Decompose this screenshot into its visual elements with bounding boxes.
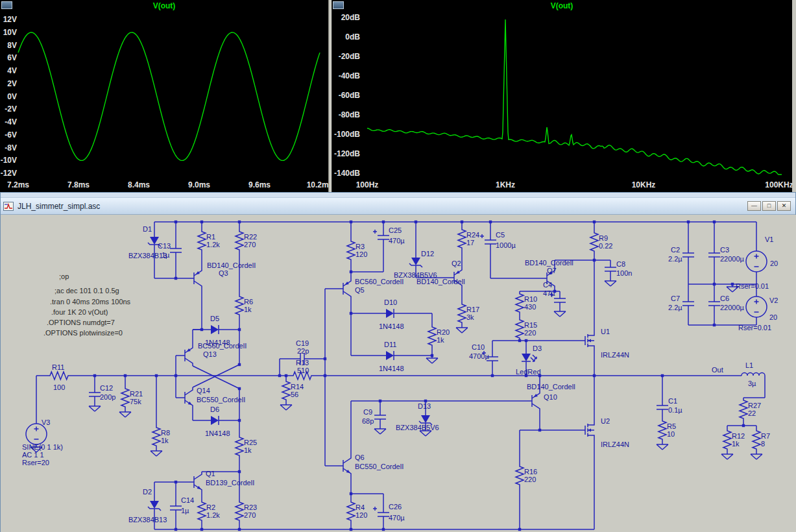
component-label[interactable]: R14: [291, 383, 304, 391]
component-label[interactable]: 20: [770, 260, 778, 267]
component-label[interactable]: 22000µ: [720, 304, 745, 311]
component-C5[interactable]: [480, 233, 496, 251]
component-label[interactable]: U1: [601, 328, 610, 335]
component-label[interactable]: 470µ: [389, 237, 405, 245]
component-label[interactable]: C3: [720, 246, 729, 254]
component-label[interactable]: C25: [389, 226, 402, 234]
wire[interactable]: [193, 366, 239, 389]
time-plot-canvas[interactable]: 12V10V8V6V4V2V0V-2V-4V-6V-8V-10V-12V7.2m…: [0, 0, 328, 192]
component-label[interactable]: R8: [161, 429, 170, 437]
component-label[interactable]: 1000µ: [496, 241, 516, 249]
component-label[interactable]: R11: [52, 363, 64, 371]
component-label[interactable]: D2: [143, 488, 152, 496]
component-R4[interactable]: [347, 500, 355, 523]
component-label[interactable]: C6: [720, 295, 729, 302]
ground-symbol[interactable]: [721, 454, 733, 459]
component-R6[interactable]: [235, 294, 243, 317]
component-label[interactable]: 22000µ: [720, 255, 745, 263]
component-C14[interactable]: [170, 499, 182, 517]
component-label[interactable]: 220: [524, 476, 536, 483]
component-label[interactable]: R3: [356, 243, 365, 250]
component-label[interactable]: 17: [466, 239, 474, 247]
component-label[interactable]: D13: [418, 402, 431, 410]
fft-plot-trace-label[interactable]: V(out): [332, 1, 792, 10]
component-U1[interactable]: [580, 330, 594, 351]
component-label[interactable]: Q1: [206, 470, 215, 478]
component-label[interactable]: C12: [100, 384, 113, 392]
component-C2[interactable]: [682, 246, 694, 264]
ground-symbol[interactable]: [456, 328, 468, 333]
fft-plot-canvas[interactable]: 20dB0dB-20dB-40dB-60dB-80dB-100dB-120dB-…: [332, 0, 792, 192]
component-label[interactable]: Q7: [547, 267, 557, 274]
component-D6[interactable]: [206, 416, 224, 425]
ground-symbol[interactable]: [554, 311, 566, 317]
component-R25[interactable]: [235, 435, 243, 458]
component-label[interactable]: 2.2µ: [668, 255, 682, 263]
component-label[interactable]: Q13: [203, 350, 217, 358]
component-label[interactable]: Q5: [355, 286, 365, 294]
component-label[interactable]: D1: [143, 225, 152, 233]
component-label[interactable]: 120: [356, 250, 367, 258]
component-label[interactable]: R15: [524, 321, 537, 329]
component-label[interactable]: R10: [524, 295, 537, 303]
component-R5[interactable]: [658, 418, 666, 442]
component-label[interactable]: C14: [181, 496, 194, 504]
component-R17[interactable]: [458, 302, 466, 325]
component-label[interactable]: 75k: [130, 398, 141, 405]
component-C6[interactable]: [708, 295, 720, 313]
component-label[interactable]: Q14: [197, 387, 210, 394]
ground-symbol[interactable]: [280, 405, 292, 410]
net-label[interactable]: Out: [712, 366, 723, 374]
component-label[interactable]: R12: [732, 432, 745, 440]
component-label[interactable]: 1µ: [162, 251, 170, 259]
component-R22[interactable]: [235, 229, 243, 252]
component-label[interactable]: 120: [356, 511, 367, 519]
component-Q14[interactable]: [180, 387, 193, 408]
component-label[interactable]: 3µ: [748, 380, 756, 387]
fft-plot-pane[interactable]: 20dB0dB-20dB-40dB-60dB-80dB-100dB-120dB-…: [332, 0, 792, 192]
component-label[interactable]: C7: [671, 295, 680, 302]
component-label[interactable]: D10: [384, 298, 397, 306]
component-label[interactable]: R17: [466, 306, 479, 313]
titlebar[interactable]: JLH_simmetr_simpl.asc — □ ✕: [1, 198, 795, 215]
component-label[interactable]: AC 1 1: [22, 451, 44, 459]
component-label[interactable]: U2: [601, 417, 610, 425]
component-label[interactable]: BD140_Cordell: [527, 383, 575, 391]
component-label[interactable]: R27: [748, 402, 761, 409]
component-label[interactable]: 47µ: [543, 289, 555, 297]
component-label[interactable]: LedRed: [516, 368, 541, 376]
component-label[interactable]: BZX384B13: [128, 516, 167, 524]
component-label[interactable]: 0.1µ: [668, 406, 682, 414]
component-label[interactable]: Rser=0.01: [738, 324, 771, 332]
component-label[interactable]: 68p: [362, 417, 374, 425]
component-D12[interactable]: [409, 252, 422, 271]
component-label[interactable]: Q10: [544, 393, 557, 401]
component-label[interactable]: 430: [524, 303, 536, 311]
component-Q1[interactable]: [189, 472, 202, 492]
component-label[interactable]: C8: [616, 260, 625, 268]
component-label[interactable]: 1N4148: [205, 429, 230, 437]
component-D5[interactable]: [206, 325, 224, 334]
component-label[interactable]: R24: [466, 231, 479, 239]
component-label[interactable]: BC560_CordelI: [198, 342, 247, 350]
ground-symbol[interactable]: [374, 429, 386, 434]
component-label[interactable]: R22: [244, 233, 257, 241]
component-label[interactable]: R16: [524, 468, 537, 476]
component-V2[interactable]: [746, 296, 767, 317]
close-button[interactable]: ✕: [777, 201, 791, 211]
component-C9[interactable]: [374, 408, 386, 426]
time-plot-trace[interactable]: [18, 32, 320, 160]
component-label[interactable]: R25: [244, 439, 257, 446]
component-U2[interactable]: [580, 420, 594, 441]
component-label[interactable]: C4: [543, 281, 552, 289]
component-label[interactable]: 10: [667, 430, 675, 438]
component-label[interactable]: R7: [761, 432, 770, 440]
component-BD140_Cordell[interactable]: [527, 391, 540, 411]
component-label[interactable]: BD140_Cordell: [525, 259, 573, 267]
component-R14[interactable]: [282, 379, 290, 402]
component-R15[interactable]: [516, 317, 524, 341]
component-label[interactable]: C10: [472, 343, 485, 351]
component-label[interactable]: 4700µ: [469, 352, 489, 360]
component-R20[interactable]: [428, 324, 436, 348]
component-label[interactable]: D12: [421, 250, 434, 258]
